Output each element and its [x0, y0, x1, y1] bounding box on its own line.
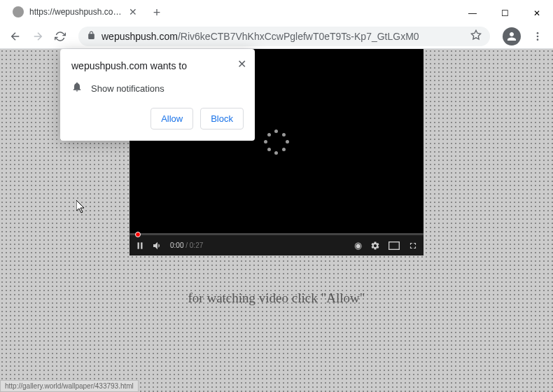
- url-text: wepushpush.com/Riv6keCTB7VhKhxCcwPglefwT…: [102, 31, 470, 42]
- theater-mode-icon[interactable]: [388, 240, 400, 251]
- time-display: 0:00 / 0:27: [170, 241, 203, 249]
- block-button[interactable]: Block: [200, 108, 244, 130]
- page-caption: for watching video click "Allow": [188, 290, 365, 306]
- allow-button[interactable]: Allow: [150, 108, 193, 130]
- svg-rect-5: [141, 242, 142, 248]
- minimize-button[interactable]: —: [456, 3, 489, 24]
- tab-title: https://wepushpush.com/Riv6ke: [29, 7, 127, 17]
- lock-icon: [87, 30, 96, 43]
- bookmark-star-icon[interactable]: [470, 29, 482, 43]
- svg-point-3: [537, 38, 539, 41]
- cast-icon[interactable]: ◉: [354, 240, 362, 251]
- pause-button[interactable]: [135, 241, 145, 251]
- favicon: [13, 6, 24, 18]
- back-button[interactable]: [6, 27, 25, 46]
- profile-avatar[interactable]: [503, 27, 521, 46]
- permission-buttons: Allow Block: [71, 108, 244, 130]
- permission-title: wepushpush.com wants to: [71, 60, 244, 71]
- svg-point-1: [537, 32, 539, 34]
- permission-request-row: Show notifications: [71, 81, 244, 95]
- svg-point-2: [537, 35, 539, 37]
- window-controls: — ☐ ✕: [456, 3, 553, 24]
- svg-rect-4: [138, 242, 139, 248]
- forward-button[interactable]: [28, 27, 48, 46]
- dialog-close-icon[interactable]: ✕: [237, 57, 246, 71]
- video-controls: 0:00 / 0:27 ◉: [130, 235, 424, 255]
- address-bar[interactable]: wepushpush.com/Riv6keCTB7VhKhxCcwPglefwT…: [78, 27, 490, 46]
- maximize-button[interactable]: ☐: [489, 3, 521, 24]
- permission-text: Show notifications: [91, 83, 164, 94]
- titlebar: https://wepushpush.com/Riv6ke ✕ + — ☐ ✕: [0, 0, 553, 24]
- reload-button[interactable]: [50, 27, 70, 46]
- browser-toolbar: wepushpush.com/Riv6keCTB7VhKhxCcwPglefwT…: [0, 24, 553, 49]
- tab-close-icon[interactable]: ✕: [127, 6, 139, 18]
- settings-gear-icon[interactable]: [370, 240, 380, 251]
- svg-rect-6: [389, 241, 400, 249]
- browser-tab[interactable]: https://wepushpush.com/Riv6ke ✕: [4, 0, 144, 24]
- progress-bar[interactable]: [130, 233, 424, 235]
- volume-button[interactable]: [152, 240, 163, 251]
- progress-handle[interactable]: [135, 232, 141, 237]
- fullscreen-icon[interactable]: [408, 240, 418, 251]
- window-close-button[interactable]: ✕: [521, 3, 553, 24]
- status-bar: http://gallery.world/wallpaper/433793.ht…: [0, 380, 139, 392]
- svg-marker-0: [471, 30, 480, 39]
- loading-spinner-icon: [264, 130, 289, 155]
- new-tab-button[interactable]: +: [147, 3, 167, 22]
- menu-button[interactable]: [528, 27, 547, 46]
- bell-icon: [71, 81, 83, 95]
- permission-dialog: ✕ wepushpush.com wants to Show notificat…: [60, 49, 255, 141]
